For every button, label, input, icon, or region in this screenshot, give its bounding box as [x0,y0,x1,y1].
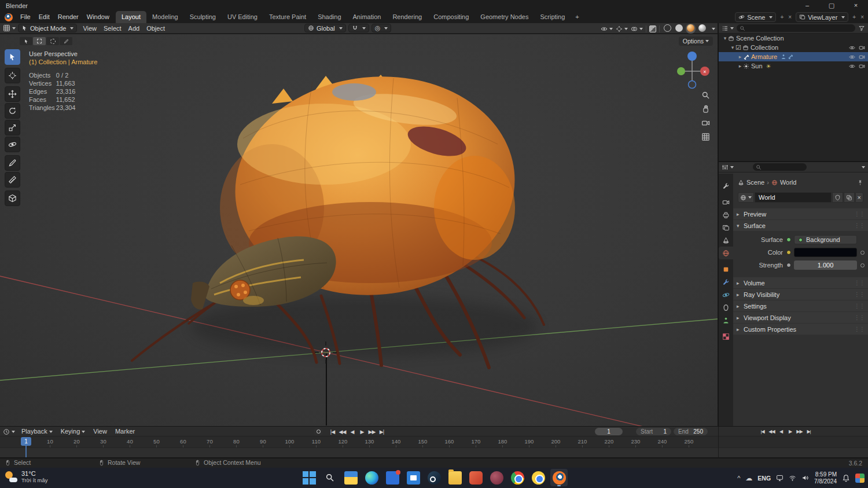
auto-keying-toggle[interactable] [314,428,322,435]
close-button[interactable]: × [844,0,868,11]
properties-tab-modifiers[interactable] [719,276,733,288]
expander-icon[interactable]: ▾ [722,35,728,41]
properties-tab-view-layer[interactable] [719,221,733,234]
prev-keyframe-button[interactable]: ◀◀ [338,428,347,435]
taskbar-app-folder[interactable] [446,469,464,486]
notifications-bell-icon[interactable] [842,474,850,482]
clock[interactable]: 8:59 PM 7/8/2024 [814,471,837,485]
gizmo-y-axis[interactable] [677,67,685,75]
shading-wireframe-button[interactable] [663,24,672,34]
prev-keyframe-button[interactable]: ◀◀ [767,428,776,435]
gizmos-dropdown[interactable] [616,25,628,32]
tool-add-cube-button[interactable] [5,190,20,206]
timeline-menu-view[interactable]: View [89,428,111,435]
viewport-menu-select[interactable]: Select [100,25,125,32]
pin-icon[interactable] [857,179,863,186]
outliner-editor-icon[interactable] [722,24,734,32]
expander-icon[interactable]: ▾ [730,45,735,50]
panel-header-preview[interactable]: ▸Preview⋮⋮ [733,208,868,219]
hide-viewport-toggle[interactable] [849,63,855,70]
timeline-ruler[interactable]: 1020304050607080901001101201301401501601… [0,436,868,448]
xray-toggle[interactable] [649,25,656,32]
frame-end-field[interactable]: End250 [674,428,708,435]
maximize-button[interactable]: ▢ [819,0,844,11]
breadcrumb-world[interactable]: World [771,179,797,186]
display-icon[interactable] [776,474,784,482]
options-button[interactable]: Options [679,36,713,46]
outliner-filter-icon[interactable] [858,25,865,32]
play-reverse-button[interactable]: ◀ [777,428,785,435]
properties-options-icon[interactable] [862,166,865,168]
timeline-menu-marker[interactable]: Marker [111,428,139,435]
playhead[interactable]: 1 [21,437,31,446]
next-keyframe-button[interactable]: ▶▶ [795,428,804,435]
taskbar-app-store[interactable] [404,469,422,486]
properties-tab-constraints[interactable] [719,301,733,314]
background-shader-button[interactable]: Background [794,235,857,244]
play-button[interactable]: ▶ [358,428,366,435]
play-button[interactable]: ▶ [786,428,795,435]
snap-toggle[interactable] [348,24,369,32]
scene-selector[interactable]: Scene [735,12,776,22]
workspace-tab-shading[interactable]: Shading [312,11,347,23]
select-mode-circle-button[interactable] [46,37,59,45]
play-reverse-button[interactable]: ◀ [348,428,356,435]
select-mode-box-button[interactable] [33,37,46,45]
outliner-row-sun[interactable]: ▸Sun☀ [719,61,868,71]
new-scene-button[interactable]: + [779,14,784,20]
current-frame-field[interactable]: 1 [595,428,623,435]
outliner-row-armature[interactable]: ▸Armature [719,52,868,61]
app-menu-window[interactable]: Window [83,11,113,23]
orientation-selector[interactable]: Global [304,24,346,32]
panel-header-settings[interactable]: ▸Settings⋮⋮ [733,300,868,311]
mode-selector[interactable]: Object Mode [18,24,77,32]
color-swatch[interactable] [794,248,857,257]
disable-render-toggle[interactable] [859,44,865,52]
shading-material-button[interactable] [686,24,696,34]
weather-widget[interactable]: 31°C Trời ít mây [5,470,47,484]
camera-view-control[interactable] [701,119,710,127]
tool-measure-button[interactable] [5,172,20,188]
panel-header-ray-visibility[interactable]: ▸Ray Visibility⋮⋮ [733,289,868,300]
timeline-tracks[interactable] [0,448,868,457]
viewport-menu-view[interactable]: View [79,25,100,32]
taskbar-app-search[interactable] [321,469,339,486]
wifi-icon[interactable] [789,474,796,482]
taskbar-app-app-maroon[interactable] [488,469,505,486]
taskbar-app-steam[interactable] [425,469,443,486]
new-view-layer-button[interactable]: + [852,14,856,20]
remove-view-layer-button[interactable]: × [860,14,865,20]
add-workspace-button[interactable]: + [571,11,583,23]
properties-tab-render[interactable] [719,196,733,208]
viewport-3d[interactable]: Options User Perspective (1) Collection … [0,34,718,426]
tool-move-button[interactable] [5,86,20,102]
onedrive-cloud-icon[interactable]: ☁ [745,474,752,482]
hide-viewport-toggle[interactable] [849,53,855,61]
world-name-field[interactable]: World [755,192,832,203]
minimize-button[interactable]: – [795,0,819,11]
panel-header-volume[interactable]: ▸Volume⋮⋮ [733,277,868,288]
tool-transform-button[interactable] [5,137,20,152]
jump-start-button[interactable]: |◀ [328,428,337,435]
blender-logo-icon[interactable] [5,13,13,21]
tool-annotate-button[interactable] [5,155,20,171]
gizmo-negz-axis[interactable] [689,81,696,89]
language-indicator[interactable]: ENG [757,475,771,482]
taskbar-app-app-red[interactable] [467,469,484,486]
workspace-tab-geometry-nodes[interactable]: Geometry Nodes [475,11,534,23]
frame-start-field[interactable]: Start1 [636,428,671,435]
jump-start-button[interactable]: |◀ [758,428,767,435]
tray-chevron-icon[interactable]: ^ [737,475,740,482]
properties-search-input[interactable] [753,163,807,171]
taskbar-app-chrome-alt[interactable] [529,469,547,486]
tool-select-box-button[interactable] [5,49,20,65]
workspace-tab-texture-paint[interactable]: Texture Paint [263,11,312,23]
show-object-types-dropdown[interactable] [601,25,613,32]
workspace-tab-animation[interactable]: Animation [347,11,387,23]
workspace-tab-scripting[interactable]: Scripting [534,11,571,23]
timeline-menu-keying[interactable]: Keying [57,428,90,435]
app-menu-render[interactable]: Render [54,11,83,23]
animate-dot-icon[interactable] [860,251,865,255]
workspace-tab-layout[interactable]: Layout [116,11,146,23]
taskbar-app-blender[interactable] [550,469,568,486]
